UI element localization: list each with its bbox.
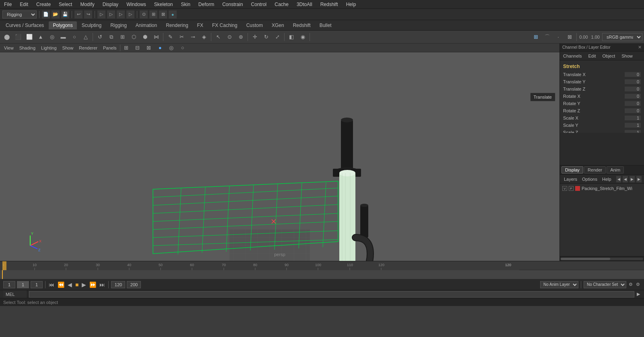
lasso-icon-btn[interactable]: ⊙ [224, 32, 235, 42]
scale-y-value[interactable]: 1 [625, 123, 641, 128]
menu-modify[interactable]: Modify [78, 1, 96, 8]
display-tab-anim[interactable]: Anim [607, 166, 624, 174]
translate-z-row[interactable]: Translate Z 0 [560, 85, 644, 93]
tab-curves-surfaces[interactable]: Curves / Surfaces [2, 21, 48, 29]
sphere-icon-btn[interactable]: ⬤ [2, 32, 12, 42]
tab-sculpting[interactable]: Sculpting [78, 21, 105, 29]
layers-menu[interactable]: Layers [562, 176, 579, 182]
tab-fx-caching[interactable]: FX Caching [208, 21, 242, 29]
translate-y-value[interactable]: 0 [625, 79, 641, 84]
tab-redshift[interactable]: Redshift [289, 21, 315, 29]
layers-options[interactable]: Options [580, 176, 599, 182]
character-set-dropdown[interactable]: No Character Set [584, 281, 626, 288]
snap-surface-btn[interactable]: ⊠ [564, 32, 575, 42]
cb-tab-edit[interactable]: Edit [586, 53, 597, 59]
play-btn[interactable]: ▶ [81, 281, 87, 288]
current-frame-field[interactable] [17, 281, 29, 288]
prism-icon-btn[interactable]: △ [80, 32, 91, 42]
layer-row-1[interactable]: V P Packing_Stretch_Film_Wi [561, 185, 642, 192]
cut-icon-btn[interactable]: ✂ [176, 32, 187, 42]
command-line-input[interactable] [29, 291, 634, 298]
cb-tab-object[interactable]: Object [601, 53, 617, 59]
cone-icon-btn[interactable]: ▲ [35, 32, 46, 42]
snap-btn-3[interactable]: ⊠ [159, 10, 167, 19]
vp-menu-panels[interactable]: Panels [101, 45, 119, 51]
translate-x-value[interactable]: 0 [625, 72, 641, 77]
menu-3dtall[interactable]: 3DtoAll [295, 1, 314, 8]
vp-menu-view[interactable]: View [2, 45, 16, 51]
time-slider[interactable] [0, 270, 644, 279]
move-up-btn[interactable]: ▶ [630, 176, 635, 182]
time-ruler[interactable]: 1 10 20 30 40 50 60 [0, 261, 644, 270]
scale-x-value[interactable]: 1 [625, 116, 641, 120]
select-icon-btn[interactable]: ↖ [213, 32, 223, 42]
range-start-field[interactable] [3, 281, 15, 288]
open-btn[interactable]: 📂 [52, 10, 60, 19]
redo-btn[interactable]: ↪ [84, 10, 92, 19]
translate-x-row[interactable]: Translate X 0 [560, 71, 644, 78]
menu-create[interactable]: Create [35, 1, 52, 8]
menu-skeleton[interactable]: Skeleton [153, 1, 175, 8]
merge-icon-btn[interactable]: ⋈ [151, 32, 161, 42]
cb-scrollbar[interactable] [560, 256, 644, 261]
snap-btn-2[interactable]: ⊞ [149, 10, 157, 19]
layers-help[interactable]: Help [601, 176, 613, 182]
cb-tab-show[interactable]: Show [620, 53, 634, 59]
stop-btn[interactable]: ■ [74, 281, 79, 288]
loop-icon-btn[interactable]: ↺ [95, 32, 105, 42]
end-frame-field-2[interactable] [127, 281, 141, 288]
render-btn[interactable]: ● [169, 10, 177, 19]
translate-z-value[interactable]: 0 [625, 87, 641, 91]
menu-edit[interactable]: Edit [18, 1, 30, 8]
end-frame-field[interactable] [111, 281, 125, 288]
tool-btn-3[interactable]: ▷ [117, 10, 125, 19]
snap-grid-btn[interactable]: ⊞ [530, 32, 541, 42]
menu-display[interactable]: Display [101, 1, 120, 8]
cylinder-icon-btn[interactable]: ⬜ [24, 32, 35, 42]
paint-sel-icon-btn[interactable]: ⊛ [235, 32, 246, 42]
menu-constrain[interactable]: Constrain [221, 1, 244, 8]
scale-icon-btn[interactable]: ⤢ [272, 32, 283, 42]
go-to-end-btn[interactable]: ⏭ [99, 281, 106, 288]
scale-z-value[interactable]: 1 [625, 130, 641, 133]
plane-icon-btn[interactable]: ▬ [58, 32, 68, 42]
tab-rigging[interactable]: Rigging [106, 21, 131, 29]
save-btn[interactable]: 💾 [61, 10, 69, 19]
rotate-y-value[interactable]: 0 [625, 101, 641, 106]
vp-tool-2[interactable]: ⊟ [132, 43, 143, 53]
tab-polygons[interactable]: Polygons [49, 21, 76, 29]
script-execute-btn[interactable]: ▶ [636, 292, 641, 297]
tool-btn-4[interactable]: ▷ [126, 10, 134, 19]
scroll-track[interactable] [561, 258, 643, 260]
vp-menu-lighting[interactable]: Lighting [39, 45, 59, 51]
viewport[interactable]: View Shading Lighting Show Renderer Pane… [0, 43, 559, 261]
scroll-thumb[interactable] [561, 258, 610, 260]
display-tab-render[interactable]: Render [584, 166, 606, 174]
char-set-btn-2[interactable]: ⚙ [635, 282, 641, 287]
view-icon-btn[interactable]: ◧ [286, 32, 297, 42]
char-set-btn-1[interactable]: ⚙ [628, 282, 634, 287]
add-layer-btn[interactable]: ◀ [616, 176, 621, 182]
cube-icon-btn[interactable]: ⬛ [13, 32, 23, 42]
vp-tool-5[interactable]: ◎ [166, 43, 177, 53]
vis-btn[interactable]: V [562, 186, 567, 191]
tab-bullet[interactable]: Bullet [316, 21, 336, 29]
torus-icon-btn[interactable]: ◎ [47, 32, 57, 42]
paint-icon-btn[interactable]: ✎ [165, 32, 175, 42]
vp-menu-shading[interactable]: Shading [17, 45, 38, 51]
snap-curve-btn[interactable]: ⌒ [542, 32, 552, 42]
menu-deform[interactable]: Deform [197, 1, 216, 8]
rotate-icon-btn[interactable]: ↻ [261, 32, 271, 42]
display-tab-display[interactable]: Display [561, 166, 583, 174]
tab-rendering[interactable]: Rendering [162, 21, 192, 29]
vp-menu-show[interactable]: Show [60, 45, 76, 51]
scale-y-row[interactable]: Scale Y 1 [560, 122, 644, 129]
connect-icon-btn[interactable]: ⊸ [188, 32, 198, 42]
remove-layer-btn[interactable]: ◀ [623, 176, 628, 182]
undo-btn[interactable]: ↩ [74, 10, 83, 19]
scale-z-row[interactable]: Scale Z 1 [560, 129, 644, 133]
menu-control[interactable]: Control [250, 1, 268, 8]
tab-xgen[interactable]: XGen [268, 21, 288, 29]
tab-fx[interactable]: FX [193, 21, 207, 29]
rotate-y-row[interactable]: Rotate Y 0 [560, 100, 644, 107]
